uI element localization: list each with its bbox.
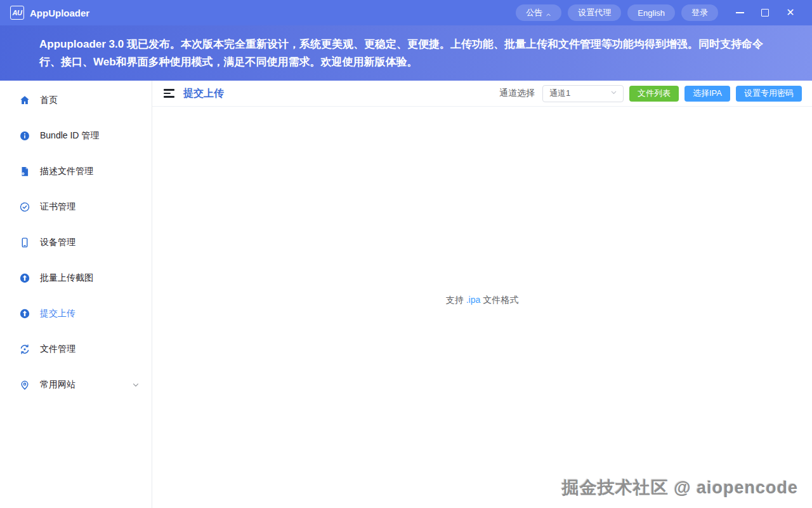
hint-prefix: 支持 <box>446 295 466 305</box>
sidebar-item-label: 常用网站 <box>40 379 75 391</box>
chevron-down-icon <box>610 88 618 98</box>
sidebar-item-label: 证书管理 <box>40 201 75 213</box>
sidebar-item-devices[interactable]: 设备管理 <box>0 225 152 260</box>
sidebar-item-profiles[interactable]: 描述文件管理 <box>0 154 152 189</box>
sidebar-item-file-management[interactable]: 文件管理 <box>0 331 152 367</box>
location-pin-icon <box>19 379 30 391</box>
hint-suffix: 文件格式 <box>480 295 518 305</box>
sidebar: 首页 Bundle ID 管理 描述文件管理 证书管理 设备管理 <box>0 81 152 508</box>
home-icon <box>19 95 30 106</box>
sidebar-item-label: 首页 <box>40 95 58 106</box>
chevron-up-icon <box>546 10 551 16</box>
close-icon: ✕ <box>786 8 794 18</box>
certificate-icon <box>19 201 30 213</box>
smartphone-icon <box>19 237 30 248</box>
upload-circle-icon <box>19 308 30 319</box>
sidebar-item-common-sites[interactable]: 常用网站 <box>0 367 152 403</box>
titlebar: AU AppUploader 公告 设置代理 English 登录 ✕ <box>0 0 812 25</box>
minimize-icon <box>736 12 744 13</box>
sidebar-collapse-icon[interactable] <box>164 89 174 97</box>
minimize-button[interactable] <box>727 4 752 22</box>
login-button[interactable]: 登录 <box>681 4 718 21</box>
announcement-label: 公告 <box>526 7 542 18</box>
app-logo-text: AU <box>13 9 22 17</box>
language-label: English <box>638 8 665 18</box>
channel-select[interactable]: 通道1 <box>542 85 624 102</box>
announcement-text: Appuploader 3.0 现已发布。本次版本完全重新设计，系统更美观、更稳… <box>39 36 773 71</box>
set-proxy-button[interactable]: 设置代理 <box>568 4 621 21</box>
sidebar-item-label: 设备管理 <box>40 237 75 248</box>
channel-select-value: 通道1 <box>549 88 610 99</box>
info-circle-icon <box>19 130 30 142</box>
app-title: AppUploader <box>30 8 89 18</box>
sidebar-item-label: 文件管理 <box>40 344 75 355</box>
announcement-banner: Appuploader 3.0 现已发布。本次版本完全重新设计，系统更美观、更稳… <box>0 25 812 81</box>
maximize-button[interactable] <box>752 4 778 22</box>
sidebar-item-label: 描述文件管理 <box>40 166 93 177</box>
upload-circle-icon <box>19 272 30 284</box>
main-panel: 提交上传 通道选择 通道1 文件列表 选择IPA 设置专用密码 支持 .ipa … <box>152 81 812 508</box>
profile-file-icon <box>19 166 30 177</box>
window-controls: ✕ <box>727 4 803 22</box>
hint-extension: .ipa <box>466 295 481 305</box>
file-sync-icon <box>19 344 30 355</box>
close-button[interactable]: ✕ <box>778 4 803 22</box>
set-password-button[interactable]: 设置专用密码 <box>736 86 802 102</box>
channel-select-label: 通道选择 <box>499 88 535 99</box>
sidebar-item-label: Bundle ID 管理 <box>40 130 99 142</box>
announcement-button[interactable]: 公告 <box>516 4 561 21</box>
app-logo: AU <box>10 6 24 20</box>
login-label: 登录 <box>691 7 708 18</box>
maximize-icon <box>761 9 769 17</box>
file-list-button[interactable]: 文件列表 <box>629 86 679 102</box>
language-toggle-button[interactable]: English <box>627 4 675 21</box>
page-title: 提交上传 <box>183 87 224 100</box>
sidebar-item-submit-upload[interactable]: 提交上传 <box>0 296 152 331</box>
main-header: 提交上传 通道选择 通道1 文件列表 选择IPA 设置专用密码 <box>152 81 812 107</box>
upload-drop-area[interactable]: 支持 .ipa 文件格式 掘金技术社区 @ aiopencode <box>152 107 812 508</box>
sidebar-item-home[interactable]: 首页 <box>0 83 152 118</box>
supported-format-hint: 支持 .ipa 文件格式 <box>446 295 518 306</box>
set-proxy-label: 设置代理 <box>578 7 611 18</box>
sidebar-item-label: 提交上传 <box>40 308 75 319</box>
select-ipa-button[interactable]: 选择IPA <box>684 86 730 102</box>
sidebar-item-certificates[interactable]: 证书管理 <box>0 189 152 225</box>
sidebar-item-label: 批量上传截图 <box>40 272 93 284</box>
sidebar-item-bundle-id[interactable]: Bundle ID 管理 <box>0 118 152 154</box>
chevron-down-icon <box>131 380 140 389</box>
sidebar-item-batch-screenshots[interactable]: 批量上传截图 <box>0 260 152 296</box>
watermark-text: 掘金技术社区 @ aiopencode <box>562 476 798 499</box>
